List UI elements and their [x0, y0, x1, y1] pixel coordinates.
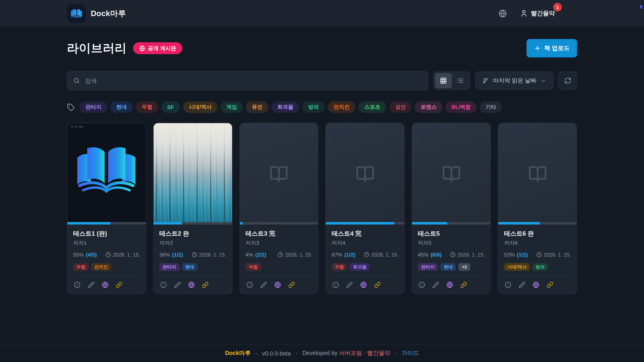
link-icon [374, 282, 381, 288]
publish-web-button[interactable] [273, 281, 282, 289]
grid-view-button[interactable] [435, 73, 452, 88]
list-view-button[interactable] [452, 73, 468, 88]
progress-percent: 53% [504, 252, 515, 258]
book-tag: +2 [458, 263, 470, 271]
publish-web-button[interactable] [187, 281, 196, 289]
book-cover[interactable] [412, 123, 490, 225]
notification-badge[interactable]: 1 [553, 3, 562, 11]
edit-button[interactable] [87, 281, 95, 289]
book-card[interactable]: 테스트5 저자5 45% (6/8) 2026. 1. 15. [412, 123, 491, 294]
copy-link-button[interactable] [374, 281, 382, 289]
tag-filter-row: 판타지 현대 무협 SF 시대/역사 게임 퓨전 회귀물 빙의 [67, 101, 577, 113]
tag-filter-pill[interactable]: 게임 [221, 101, 243, 113]
edit-button[interactable] [518, 281, 526, 289]
card-actions [418, 276, 485, 289]
info-icon [74, 282, 80, 288]
tag-filter-pill[interactable]: 퓨전 [246, 101, 268, 113]
tag-filter-pill[interactable]: 성인 [390, 101, 412, 113]
book-tag: 무협 [246, 263, 261, 271]
info-button[interactable] [73, 281, 81, 289]
book-cover[interactable] [240, 123, 318, 225]
edit-button[interactable] [260, 281, 268, 289]
book-card[interactable]: 테스트6 완 저자6 53% (1/2) 2026. 1. 15. [498, 123, 577, 294]
globe-icon [446, 282, 453, 288]
language-globe-button[interactable] [497, 7, 508, 19]
tag-filter-pill[interactable]: BL/백합 [446, 101, 477, 113]
sort-dropdown[interactable]: 마지막 읽은 날짜 [475, 71, 553, 90]
tag-filter-pill[interactable]: 무협 [136, 101, 158, 113]
edit-button[interactable] [346, 281, 354, 289]
pencil-icon [260, 282, 267, 288]
copy-link-button[interactable] [115, 281, 123, 289]
upload-book-button[interactable]: 책 업로드 [526, 39, 577, 57]
copy-link-button[interactable] [287, 281, 296, 289]
link-icon [288, 282, 295, 288]
publish-web-button[interactable] [360, 281, 368, 289]
book-author: 저자2 [159, 239, 226, 246]
edit-button[interactable] [173, 281, 182, 289]
chapter-fraction[interactable]: (1/2) [172, 252, 183, 258]
user-menu-button[interactable]: 빨간물약 1 [519, 8, 556, 19]
tag-filter-pill[interactable]: 빙의 [302, 101, 324, 113]
sort-label: 마지막 읽은 날짜 [493, 77, 536, 84]
edit-button[interactable] [432, 281, 440, 289]
publish-web-button[interactable] [101, 281, 109, 289]
info-button[interactable] [504, 281, 512, 289]
clock-icon [536, 252, 542, 257]
book-open-placeholder-icon [528, 164, 547, 183]
chapter-fraction[interactable]: (2/2) [255, 252, 266, 258]
publish-web-button[interactable] [532, 281, 540, 289]
tag-filter-pill[interactable]: 기타 [480, 101, 502, 113]
globe-icon [274, 282, 281, 288]
guide-link[interactable]: 가이드 [402, 350, 419, 357]
brand[interactable]: Dock마루 [67, 4, 126, 23]
chapter-fraction[interactable]: (6/8) [430, 252, 442, 258]
book-card[interactable]: 11:57 AM 테스트1 (완) 저자1 55% (4/5) [67, 123, 146, 294]
copy-link-button[interactable] [201, 281, 210, 289]
page-title: 라이브러리 [67, 40, 126, 56]
reading-progress-bar [68, 222, 146, 225]
book-cover[interactable] [154, 123, 232, 225]
chapter-fraction[interactable]: (1/2) [344, 252, 355, 258]
tag-filter-pill[interactable]: 로맨스 [415, 101, 442, 113]
book-cover[interactable] [326, 123, 404, 225]
book-card[interactable]: 테스트2 완 저자2 36% (1/2) 2026. 1. 15. [153, 123, 232, 294]
tag-filter-pill[interactable]: SF [161, 101, 180, 113]
developer-link[interactable]: 서버포럼 - 빨간물약 [339, 350, 390, 356]
screen-corner-dot [640, 5, 642, 8]
chevron-down-icon [540, 78, 546, 83]
tag-icon [67, 103, 75, 111]
copy-link-button[interactable] [460, 281, 468, 289]
app-logo-icon [67, 4, 86, 23]
publish-web-button[interactable] [446, 281, 454, 289]
tag-filter-pill[interactable]: 스포츠 [359, 101, 386, 113]
search-input[interactable] [84, 77, 422, 84]
book-cover[interactable]: 11:57 AM [68, 123, 146, 225]
reading-progress-bar [412, 222, 490, 225]
refresh-button[interactable] [558, 71, 577, 90]
info-button[interactable] [246, 281, 254, 289]
sort-descending-icon [482, 77, 489, 84]
book-cover[interactable] [498, 123, 576, 225]
chapter-fraction[interactable]: (1/2) [517, 252, 528, 258]
globe-icon [498, 9, 507, 17]
user-name: 빨간물약 [531, 9, 555, 17]
copy-link-button[interactable] [546, 281, 554, 289]
book-open-placeholder-icon [356, 164, 375, 183]
tag-filter-pill[interactable]: 시대/역사 [183, 101, 217, 113]
footer-brand: Dock마루 [225, 350, 250, 357]
info-button[interactable] [159, 281, 168, 289]
book-info: 테스트1 (완) 저자1 55% (4/5) 2026. 1. 15. [68, 225, 146, 294]
book-card[interactable]: 테스트3 完 저자3 4% (2/2) 2026. 1. 15. [239, 123, 318, 294]
tag-filter-pill[interactable]: 먼치킨 [328, 101, 355, 113]
book-tag-list: 판타지 현대 [159, 263, 226, 271]
public-board-badge[interactable]: 공개 게시판 [133, 42, 182, 54]
tag-filter-pill[interactable]: 판타지 [80, 101, 107, 113]
tag-filter-pill[interactable]: 회귀물 [272, 101, 299, 113]
chapter-fraction[interactable]: (4/5) [86, 252, 97, 258]
info-button[interactable] [332, 281, 340, 289]
book-card[interactable]: 테스트4 完 저자4 87% (1/2) 2026. 1. 15. [326, 123, 405, 294]
tag-filter-pill[interactable]: 현대 [110, 101, 133, 113]
pencil-icon [88, 282, 94, 288]
info-button[interactable] [418, 281, 426, 289]
